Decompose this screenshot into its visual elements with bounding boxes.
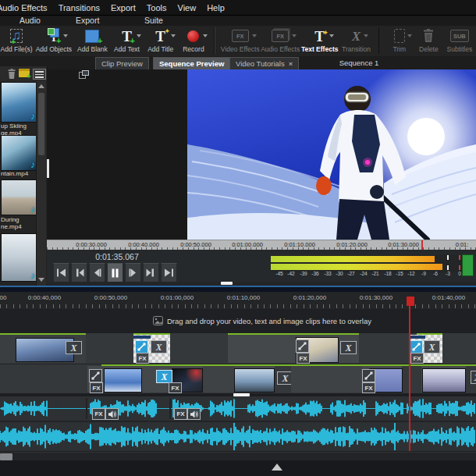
clip-boundary <box>86 398 87 419</box>
splitter-handle[interactable] <box>47 159 49 178</box>
video-track-2[interactable]: FX X FX X FX X <box>0 364 476 393</box>
timeline-ruler[interactable]: 00 0:00:40,000 0:00:50,000 0:01:00,000 0… <box>0 292 476 310</box>
transition-badge[interactable]: X <box>471 371 476 384</box>
timeline-clip[interactable]: FX X <box>293 335 359 363</box>
add-text-button[interactable]: T + Add Text <box>110 26 143 58</box>
menu-tools[interactable]: Tools <box>147 3 167 12</box>
fx-badge[interactable]: FX <box>136 353 149 364</box>
transition-badge[interactable]: X <box>340 341 357 354</box>
add-objects-button[interactable]: T + Add Objects <box>33 26 74 58</box>
timeline-clip[interactable]: X FX <box>409 335 442 363</box>
video-track-1[interactable]: X X FX FX X X FX <box>0 333 476 364</box>
meter-scale: -45-42 -39-36 -33-30 -27-24 -21-18 -15-1… <box>47 271 476 278</box>
waveform <box>0 422 476 451</box>
add-title-button[interactable]: T ✦ Add Title <box>144 26 178 58</box>
timeline-clip[interactable] <box>291 366 361 393</box>
timecode-display: 0:01:35.067 <box>78 252 156 261</box>
dropdown-caret[interactable] <box>171 34 176 37</box>
timeline-clip[interactable] <box>234 366 275 393</box>
media-item-thumbnail[interactable]: ♪ <box>1 82 37 123</box>
timeline-clip[interactable]: X <box>0 335 86 363</box>
sidebar-scrollbar[interactable] <box>36 82 46 286</box>
ribbon-tab-suite[interactable]: Suite <box>144 16 163 25</box>
fx-badge[interactable]: FX <box>410 353 424 364</box>
detach-panel-icon[interactable] <box>79 70 89 79</box>
menu-transitions[interactable]: Transitions <box>59 3 100 12</box>
opacity-curve-badge[interactable] <box>362 369 375 382</box>
transition-button[interactable]: X Transition <box>339 26 373 58</box>
transition-badge[interactable]: X <box>151 340 167 353</box>
media-item-label[interactable]: Duringne.mp4 <box>1 216 37 230</box>
fx-badge[interactable]: FX <box>297 353 310 364</box>
media-item-label[interactable]: ntain.mp4 <box>1 170 37 177</box>
video-effects-button[interactable]: FX Video Effects <box>220 26 260 58</box>
preview-ruler[interactable]: 0:00:30.000 0:00:40.000 0:00:50.000 0:01… <box>47 240 476 250</box>
add-blank-button[interactable]: + Add Blank <box>75 26 111 58</box>
dropdown-caret[interactable] <box>63 34 68 37</box>
hscroll-handle[interactable] <box>0 453 12 460</box>
delete-button[interactable]: Delete <box>414 26 443 58</box>
ribbon-tab-export[interactable]: Export <box>76 16 99 25</box>
playhead-flag[interactable] <box>407 297 414 306</box>
clip-active-line <box>0 333 86 335</box>
timeline-clip[interactable]: X FX <box>133 335 170 363</box>
audio-track-1[interactable]: FX FX <box>0 396 476 421</box>
tab-clip-preview[interactable]: Clip Preview <box>95 57 149 69</box>
overlay-drop-zone[interactable]: Drag and drop your video, text and image… <box>0 309 476 334</box>
menu-help[interactable]: Help <box>207 3 225 12</box>
ruler-tick: 00 <box>0 294 6 301</box>
fx-badge[interactable]: FX <box>174 408 187 420</box>
transition-badge[interactable]: X <box>424 340 440 353</box>
opacity-curve-badge[interactable] <box>89 369 102 382</box>
trim-button[interactable]: Trim <box>384 26 414 58</box>
media-item-thumbnail[interactable]: ♪ <box>1 233 37 282</box>
fx-badge[interactable]: FX <box>92 408 105 420</box>
tab-sequence-preview[interactable]: Sequence Preview <box>153 57 230 69</box>
timeline-clip[interactable]: FX <box>87 366 148 393</box>
dropdown-caret[interactable] <box>203 34 208 37</box>
opacity-curve-badge[interactable] <box>296 339 309 353</box>
timeline-clip[interactable] <box>203 366 234 393</box>
collapse-arrow-icon[interactable] <box>272 464 282 471</box>
dropdown-caret[interactable] <box>329 34 334 37</box>
fx-badge[interactable]: FX <box>90 382 103 393</box>
opacity-curve-badge[interactable] <box>410 340 423 353</box>
subtitles-button[interactable]: SUB Subtitles <box>443 26 476 58</box>
hscroll-handle[interactable] <box>221 282 233 285</box>
audio-track-2[interactable] <box>0 422 476 451</box>
speaker-badge[interactable] <box>105 408 119 420</box>
timeline-clip[interactable]: FX <box>361 366 402 393</box>
menu-export[interactable]: Export <box>111 3 136 12</box>
dropdown-caret[interactable] <box>137 34 141 37</box>
tab-video-tutorials[interactable]: Video Tutorials × <box>229 57 299 69</box>
media-item-thumbnail[interactable]: ♪ <box>1 135 37 171</box>
timeline-clip[interactable] <box>421 366 466 393</box>
delete-media-icon[interactable] <box>7 69 16 80</box>
record-button[interactable]: Record <box>178 26 209 58</box>
ribbon-tab-audio[interactable]: Audio <box>20 16 41 25</box>
transition-badge[interactable]: X <box>66 341 82 354</box>
timeline-clip[interactable] <box>228 335 293 363</box>
add-media-folder-icon[interactable]: + <box>19 69 30 77</box>
opacity-curve-badge[interactable] <box>135 340 148 353</box>
transition-badge[interactable]: X <box>156 370 172 383</box>
speaker-badge[interactable] <box>187 408 201 420</box>
list-view-icon[interactable] <box>33 69 46 80</box>
add-blank-icon: + <box>85 27 99 44</box>
close-icon[interactable]: × <box>289 59 293 68</box>
add-files-button[interactable]: ♫ + Add File(s) <box>0 26 33 58</box>
fx-badge[interactable]: FX <box>169 382 182 393</box>
audio-effects-button[interactable]: FX Audio Effects <box>260 26 300 58</box>
scroll-down-icon[interactable] <box>38 278 44 282</box>
menu-audio-effects[interactable]: Audio Effects <box>0 3 48 12</box>
text-effects-button[interactable]: T ✦ Text Effects <box>300 26 339 58</box>
scrollbar-thumb[interactable] <box>38 93 44 155</box>
timeline-clip[interactable]: X FX <box>148 366 203 393</box>
scroll-up-icon[interactable] <box>38 84 44 88</box>
timeline-playhead[interactable] <box>409 297 410 451</box>
record-icon <box>187 27 199 44</box>
menu-view[interactable]: View <box>178 3 197 12</box>
fx-badge[interactable]: FX <box>362 382 375 393</box>
clip-selection-strip <box>133 336 151 339</box>
media-item-thumbnail[interactable]: ♪ <box>1 179 37 215</box>
